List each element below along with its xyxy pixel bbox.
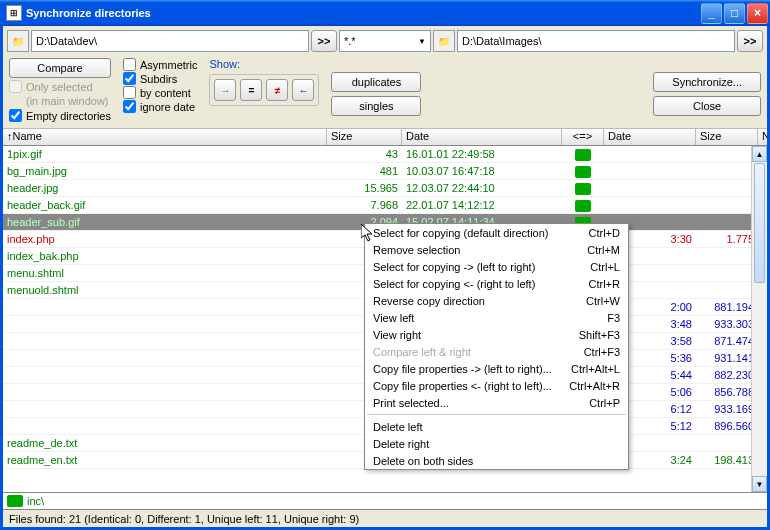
menu-item[interactable]: Copy file properties <- (right to left).… (365, 377, 628, 394)
toolbar: Compare Only selected (in main window) E… (3, 56, 767, 128)
maximize-button[interactable]: □ (724, 3, 745, 24)
menu-item: Compare left & rightCtrl+F3 (365, 343, 628, 360)
table-row[interactable]: header_back.gif7.96822.01.07 14:12:12→ (3, 197, 767, 214)
menu-item[interactable]: Select for copying (default direction)Ct… (365, 224, 628, 241)
column-headers: ↑Name Size Date <=> Date Size Name (3, 128, 767, 146)
show-left-arrow-icon[interactable]: ← (292, 79, 314, 101)
menu-item[interactable]: Copy file properties -> (left to right).… (365, 360, 628, 377)
menu-item[interactable]: Delete left (365, 418, 628, 435)
filter-value: *.* (344, 35, 356, 47)
arrow-right-icon: → (575, 166, 591, 178)
col-compare[interactable]: <=> (562, 129, 604, 145)
scroll-down-button[interactable]: ▼ (752, 476, 767, 492)
duplicates-button[interactable]: duplicates (331, 72, 421, 92)
col-size-right[interactable]: Size (696, 129, 758, 145)
menu-item[interactable]: View rightShift+F3 (365, 326, 628, 343)
folder-row[interactable]: → inc\ (3, 492, 767, 509)
compare-button[interactable]: Compare (9, 58, 111, 78)
show-label: Show: (209, 58, 319, 70)
show-button-group: → = ≠ ← (209, 74, 319, 106)
left-go-button[interactable]: >> (311, 30, 337, 52)
right-updir-button[interactable]: 📁 (433, 30, 455, 52)
ignoredate-check[interactable]: ignore date (123, 100, 197, 113)
scrollbar[interactable]: ▲ ▼ (751, 146, 767, 492)
menu-item[interactable]: Select for copying <- (right to left)Ctr… (365, 275, 628, 292)
window-title: Synchronize directories (26, 7, 151, 19)
arrow-right-icon: → (575, 183, 591, 195)
minimize-button[interactable]: _ (701, 3, 722, 24)
path-row: 📁 >> *.* ▼ 📁 >> (3, 26, 767, 56)
asymmetric-check[interactable]: Asymmetric (123, 58, 197, 71)
scroll-thumb[interactable] (754, 163, 765, 283)
only-selected-check: Only selected (9, 80, 111, 93)
singles-button[interactable]: singles (331, 96, 421, 116)
close-button[interactable]: Close (653, 96, 761, 116)
scroll-up-button[interactable]: ▲ (752, 146, 767, 162)
synchronize-button[interactable]: Synchronize... (653, 72, 761, 92)
menu-item[interactable]: Select for copying -> (left to right)Ctr… (365, 258, 628, 275)
bycontent-check[interactable]: by content (123, 86, 197, 99)
menu-item[interactable]: Delete right (365, 435, 628, 452)
show-notequal-icon[interactable]: ≠ (266, 79, 288, 101)
empty-dirs-check[interactable]: Empty directories (9, 109, 111, 122)
menu-item[interactable]: View leftF3 (365, 309, 628, 326)
app-icon: ⊞ (6, 5, 22, 21)
filter-combo[interactable]: *.* ▼ (339, 30, 431, 52)
col-name-right[interactable]: Name (758, 129, 767, 145)
status-text: Files found: 21 (Identical: 0, Different… (9, 513, 359, 525)
col-name-left[interactable]: ↑Name (3, 129, 327, 145)
context-menu: Select for copying (default direction)Ct… (364, 223, 629, 470)
col-date-left[interactable]: Date (402, 129, 562, 145)
arrow-right-icon: → (575, 149, 591, 161)
menu-item[interactable]: Delete on both sides (365, 452, 628, 469)
right-path-input[interactable] (457, 30, 735, 52)
close-window-button[interactable]: × (747, 3, 768, 24)
chevron-down-icon: ▼ (418, 37, 426, 46)
show-right-arrow-icon[interactable]: → (214, 79, 236, 101)
status-bar: Files found: 21 (Identical: 0, Different… (3, 509, 767, 527)
subdirs-check[interactable]: Subdirs (123, 72, 197, 85)
right-go-button[interactable]: >> (737, 30, 763, 52)
menu-item[interactable]: Remove selectionCtrl+M (365, 241, 628, 258)
titlebar: ⊞ Synchronize directories _ □ × (0, 0, 770, 26)
table-row[interactable]: 1pix.gif4316.01.01 22:49:58→ (3, 146, 767, 163)
only-selected-note: (in main window) (26, 95, 111, 107)
menu-item[interactable]: Print selected...Ctrl+P (365, 394, 628, 411)
folder-name: inc\ (27, 495, 44, 507)
menu-item[interactable]: Reverse copy directionCtrl+W (365, 292, 628, 309)
col-size-left[interactable]: Size (327, 129, 402, 145)
col-date-right[interactable]: Date (604, 129, 696, 145)
arrow-right-icon: → (7, 495, 23, 507)
table-row[interactable]: bg_main.jpg48110.03.07 16:47:18→ (3, 163, 767, 180)
left-path-input[interactable] (31, 30, 309, 52)
left-updir-button[interactable]: 📁 (7, 30, 29, 52)
arrow-right-icon: → (575, 200, 591, 212)
show-equal-icon[interactable]: = (240, 79, 262, 101)
table-row[interactable]: header.jpg15.96512.03.07 22:44:10→ (3, 180, 767, 197)
